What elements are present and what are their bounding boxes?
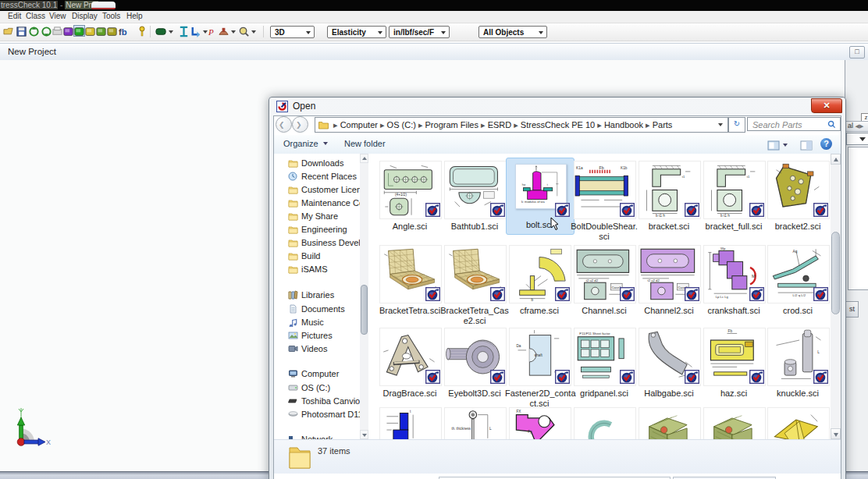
svg-text:shaft: shaft (535, 353, 543, 357)
svg-text:L: L (817, 350, 820, 354)
svg-text:Da: Da (516, 344, 521, 348)
svg-text:b t1 h: b t1 h (656, 214, 665, 218)
svg-text:t: t (547, 183, 548, 186)
svg-text:fb: fb (119, 27, 127, 37)
svg-text:L/2 q L/2: L/2 q L/2 (793, 293, 806, 297)
svg-text:Fy: Fy (528, 430, 532, 434)
svg-text:Lp Lc Lg: Lp Lc Lg (716, 295, 729, 299)
svg-text:X: X (46, 438, 51, 446)
svg-text:K1a: K1a (576, 166, 583, 170)
svg-text:t2 u2 d2: t2 u2 d2 (648, 279, 660, 282)
svg-text:t: t (410, 410, 411, 413)
svg-text:th. thickness: th. thickness (451, 427, 471, 431)
svg-text:FX: FX (516, 410, 521, 413)
svg-text:L: L (489, 427, 492, 431)
svg-text:k: modulus of wa: k: modulus of wa (521, 200, 546, 204)
svg-text:t1: t1 (747, 175, 750, 179)
svg-text:Fb: Fb (599, 165, 604, 170)
svg-text:Wp: Wp (720, 247, 726, 250)
svg-text:P11/P11 Sheet factor: P11/P11 Sheet factor (579, 331, 610, 335)
svg-text:hw: hw (522, 183, 526, 186)
svg-text:P: P (208, 27, 214, 37)
svg-text:Fb: Fb (728, 329, 733, 333)
svg-text:(4+1/2): (4+1/2) (395, 193, 407, 197)
svg-text:K1b: K1b (621, 166, 628, 170)
svg-text:b: b (531, 298, 533, 302)
svg-text:b t1 h: b t1 h (720, 214, 730, 218)
svg-text:M: M (752, 274, 755, 279)
svg-text:t2 u2 d2: t2 u2 d2 (586, 279, 599, 282)
svg-text:Aq: Aq (793, 250, 798, 254)
svg-text:t1: t1 (682, 175, 685, 179)
